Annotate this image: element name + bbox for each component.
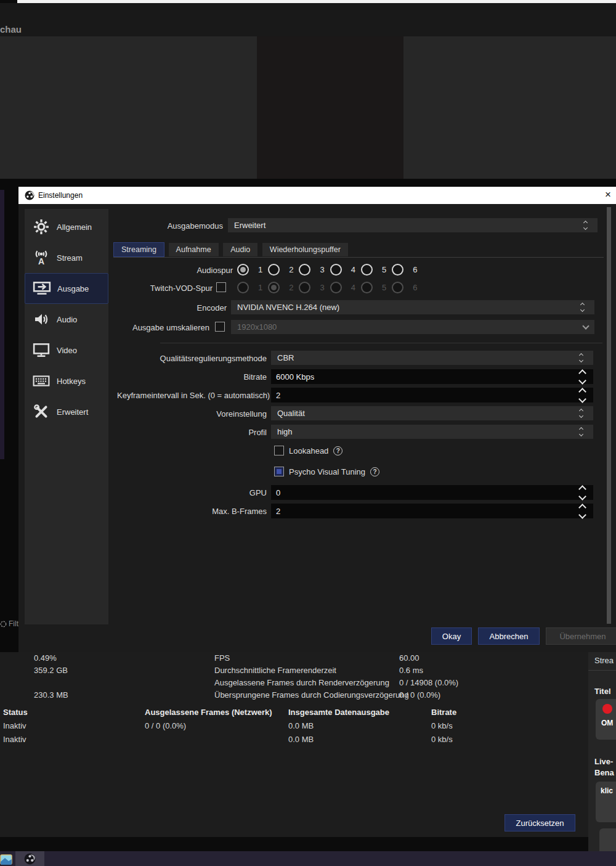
sidebar-item-label: Audio — [57, 315, 77, 324]
klick-card[interactable]: klic — [596, 782, 616, 822]
tab-separator — [113, 257, 604, 258]
preset-label: Voreinstellung — [191, 409, 267, 419]
gpu-input[interactable]: 0 — [271, 485, 593, 500]
psycho-visual-checkbox[interactable] — [274, 467, 284, 476]
radio-label: 1 — [258, 265, 262, 274]
spinner-updown-icon[interactable] — [576, 503, 588, 520]
radio-vod-1 — [237, 282, 249, 293]
filter-icon — [0, 620, 7, 628]
okay-label: Okay — [442, 632, 461, 641]
cell-status: Inaktiv — [3, 721, 26, 730]
spinner-updown-icon[interactable] — [576, 484, 588, 501]
stat-label: FPS — [214, 653, 230, 663]
radio-track-2[interactable] — [268, 264, 280, 276]
sidebar-item-ausgabe[interactable]: Ausgabe — [25, 273, 108, 304]
sidebar-item-stream[interactable]: A Stream — [25, 242, 108, 273]
help-icon[interactable]: ? — [370, 467, 379, 476]
cancel-button[interactable]: Abbrechen — [478, 627, 540, 645]
record-dot-icon — [602, 704, 612, 714]
rate-control-label: Qualitätsregulierungsmethode — [142, 354, 267, 363]
output-mode-label: Ausgabemodus — [129, 221, 223, 231]
tab-audio[interactable]: Audio — [222, 242, 258, 257]
table-header-total: Insgesamte Datenausgabe — [288, 708, 389, 717]
cell-total: 0.0 MB — [288, 735, 314, 744]
audio-track-radios: 1 2 3 4 5 6 — [237, 264, 417, 276]
radio-label: 5 — [382, 265, 386, 274]
radio-vod-3 — [299, 282, 310, 293]
stat-value: 0.49% — [34, 653, 57, 663]
okay-button[interactable]: Okay — [431, 627, 472, 645]
tab-label: Audio — [230, 245, 250, 254]
table-header-bitrate: Bitrate — [431, 708, 456, 717]
gpu-value: 0 — [276, 488, 576, 497]
sidebar-item-audio[interactable]: Audio — [25, 304, 108, 335]
encoder-select[interactable]: NVIDIA NVENC H.264 (new) — [231, 300, 594, 314]
sidebar-item-label: Video — [57, 346, 77, 355]
tab-streaming[interactable]: Streaming — [113, 242, 164, 257]
cancel-label: Abbrechen — [490, 632, 529, 641]
tab-label: Aufnahme — [176, 245, 211, 254]
tools-icon — [31, 404, 52, 420]
stat-value: 60.00 — [399, 653, 419, 663]
chevron-updown-icon — [576, 302, 588, 312]
bframes-input[interactable]: 2 — [271, 504, 593, 518]
output-mode-select[interactable]: Erweitert — [228, 218, 598, 232]
spinner-updown-icon[interactable] — [576, 369, 588, 385]
bitrate-input[interactable]: 6000 Kbps — [271, 369, 593, 384]
close-icon[interactable]: × — [605, 189, 611, 201]
stat-value: 230.3 MB — [34, 690, 68, 700]
radio-label: 5 — [382, 283, 386, 292]
twitch-vod-checkbox[interactable] — [216, 282, 226, 292]
taskbar-app-icon[interactable] — [0, 854, 12, 866]
rate-control-select[interactable]: CBR — [271, 351, 593, 365]
preset-select[interactable]: Qualität — [271, 406, 593, 420]
tab-wiederholungspuffer[interactable]: Wiederholungspuffer — [262, 242, 349, 257]
radio-label: 2 — [289, 283, 293, 292]
radio-label: 3 — [320, 283, 324, 292]
stream-side-panel: Strea Titel OM Live- Bena klic — [588, 652, 616, 851]
apply-label: Übernehmen — [559, 632, 606, 641]
obs-taskbar-icon — [24, 853, 36, 865]
tab-aufnahme[interactable]: Aufnahme — [168, 242, 219, 257]
tab-label: Streaming — [121, 245, 156, 254]
sidebar-item-erweitert[interactable]: Erweitert — [25, 396, 108, 427]
scrollbar-thumb[interactable] — [607, 207, 611, 624]
sidebar-item-video[interactable]: Video — [25, 335, 108, 366]
record-card[interactable]: OM — [596, 699, 616, 740]
radio-track-3[interactable] — [299, 264, 310, 276]
radio-track-6[interactable] — [392, 264, 403, 276]
rescale-checkbox[interactable] — [215, 322, 225, 332]
bframes-label: Max. B-Frames — [191, 507, 267, 516]
filters-button[interactable]: Filt — [0, 618, 18, 630]
rescale-label: Ausgabe umskalieren — [129, 323, 209, 332]
cell-bitrate: 0 kb/s — [431, 721, 453, 730]
radio-vod-6 — [392, 282, 403, 293]
radio-track-1[interactable] — [237, 264, 249, 276]
psycho-visual-label: Psycho Visual Tuning — [289, 467, 365, 476]
stat-label: Ausgelassene Frames durch Renderverzöger… — [214, 678, 389, 687]
profile-select[interactable]: high — [271, 425, 593, 439]
preview-panel-right — [403, 36, 616, 179]
screen: chau Filt Einstellungen × — [0, 0, 616, 866]
taskbar-obs-button[interactable] — [15, 851, 44, 866]
radio-vod-2 — [268, 282, 280, 293]
radio-track-5[interactable] — [361, 264, 373, 276]
keyframe-value: 2 — [276, 391, 576, 400]
help-icon[interactable]: ? — [333, 446, 342, 455]
lookahead-checkbox[interactable] — [274, 446, 284, 455]
apply-button[interactable]: Übernehmen — [546, 627, 616, 645]
keyframe-input[interactable]: 2 — [271, 388, 593, 402]
sidebar-item-allgemein[interactable]: Allgemein — [25, 211, 108, 242]
output-icon — [31, 281, 52, 296]
spinner-updown-icon[interactable] — [576, 387, 588, 404]
preview-panel-left — [0, 36, 257, 179]
cell-bitrate: 0 kb/s — [431, 735, 453, 744]
output-mode-value: Erweitert — [234, 221, 579, 230]
svg-text:A: A — [38, 256, 44, 266]
live-label: Live- — [594, 757, 613, 766]
scrollbar-track[interactable] — [607, 207, 611, 624]
sidebar-item-hotkeys[interactable]: Hotkeys — [25, 366, 108, 396]
reset-button[interactable]: Zurücksetzen — [505, 814, 575, 831]
stat-value: 0 / 14908 (0.0%) — [399, 678, 458, 687]
radio-track-4[interactable] — [330, 264, 342, 276]
